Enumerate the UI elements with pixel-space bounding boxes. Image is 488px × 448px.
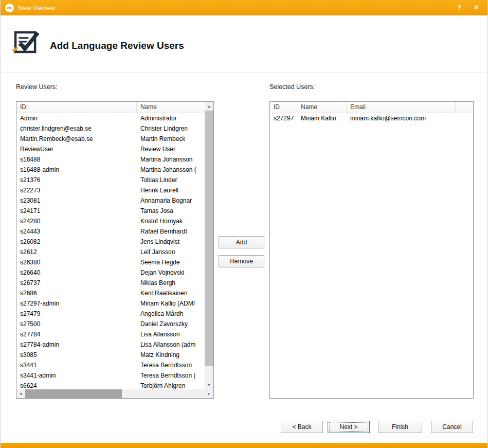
- cell-name: Seema Hegde: [137, 257, 205, 267]
- review-user-row[interactable]: s23081 Annamaria Bognar: [16, 195, 205, 206]
- cell-name: Angelica Mårdh: [137, 309, 205, 319]
- cell-id: s26737: [16, 278, 137, 288]
- review-user-row[interactable]: s27297-admin Miriam Kallio (ADMI: [16, 298, 205, 309]
- cell-name: Miriam Kallio (ADMI: [137, 298, 205, 309]
- titlebar[interactable]: kty New Review ? ✕: [1, 0, 487, 15]
- review-user-row[interactable]: s21376 Tobias Linder: [16, 175, 205, 185]
- next-button[interactable]: Next >: [328, 421, 370, 433]
- review-user-row[interactable]: s2686 Kent Raatikainen: [16, 288, 205, 298]
- review-user-row[interactable]: s22273 Henrik Laurell: [16, 185, 205, 195]
- cell-id: s23081: [16, 195, 137, 206]
- add-button[interactable]: Add: [219, 236, 264, 248]
- cell-id: s16488: [16, 154, 137, 165]
- cell-id: s2612: [16, 247, 137, 257]
- horizontal-scrollbar-thumb[interactable]: [25, 389, 122, 398]
- cell-id: s6624: [16, 381, 137, 389]
- help-button[interactable]: ?: [457, 0, 461, 15]
- back-button[interactable]: < Back: [281, 421, 323, 433]
- cell-id: s24443: [16, 226, 137, 237]
- review-user-row[interactable]: s24171 Tamas Josa: [16, 206, 205, 216]
- review-user-row[interactable]: s16488-admin Martina Johansson (: [16, 165, 205, 175]
- selected-users-list[interactable]: ID Name Email s27297 Miriam Kallio miria…: [269, 101, 474, 399]
- cell-id: s24171: [16, 206, 137, 216]
- cell-id: s26380: [16, 257, 137, 267]
- remove-button[interactable]: Remove: [219, 255, 264, 267]
- titlebar-buttons: ? ✕: [457, 0, 479, 15]
- cell-name: Matz Kindning: [137, 350, 205, 360]
- scroll-up-icon[interactable]: ▲: [205, 102, 213, 111]
- horizontal-scrollbar[interactable]: ◄ ►: [16, 389, 213, 398]
- cell-id: s22273: [16, 185, 137, 195]
- review-user-row[interactable]: s24443 Rafael Bernhardt: [16, 226, 205, 237]
- review-user-row[interactable]: s27479 Angelica Mårdh: [16, 309, 205, 319]
- selected-users-rows: s27297 Miriam Kallio miriam.kallio@semco…: [270, 113, 473, 398]
- column-header-name[interactable]: Name: [137, 102, 205, 113]
- review-user-row[interactable]: s3441-admin Teresa Berndtsson (: [16, 370, 205, 381]
- selected-users-header: ID Name Email: [270, 102, 473, 113]
- cancel-button[interactable]: Cancel: [431, 421, 473, 433]
- cell-name: Martina Johansson: [137, 154, 205, 165]
- cell-name: Niklas Bergh: [137, 278, 205, 288]
- review-users-header: ID Name: [16, 102, 205, 113]
- review-users-rows: Admin Administrator christer.lindgren@es…: [16, 113, 205, 389]
- review-user-row[interactable]: s26737 Niklas Bergh: [16, 278, 205, 288]
- page-title: Add Language Review Users: [50, 40, 184, 51]
- cell-name: Tobias Linder: [137, 175, 205, 185]
- column-header-id[interactable]: ID: [16, 102, 137, 113]
- scroll-right-icon[interactable]: ►: [205, 389, 213, 398]
- cell-email: miriam.kallio@semcon.com: [347, 113, 473, 123]
- review-user-row[interactable]: s27784-admin Lisa Allansson (adm: [16, 339, 205, 350]
- cell-id: s27479: [16, 309, 137, 319]
- review-user-row[interactable]: s27784 Lisa Allansson: [16, 329, 205, 339]
- column-header-name[interactable]: Name: [297, 102, 347, 113]
- review-user-row[interactable]: christer.lindgren@esab.se Christer Lindg…: [16, 123, 205, 134]
- review-user-row[interactable]: s26380 Seema Hegde: [16, 257, 205, 267]
- column-header-email[interactable]: Email: [347, 102, 456, 113]
- review-user-row[interactable]: s26082 Jens Lindqvist: [16, 237, 205, 247]
- review-user-row[interactable]: s2612 Leif Jansson: [16, 247, 205, 257]
- review-user-row[interactable]: s27500 Daniel Zavorszky: [16, 319, 205, 329]
- cell-name: Christer Lindgren: [137, 123, 205, 134]
- cell-name: Kristof Hornyak: [137, 216, 205, 226]
- selected-users-label: Selected Users:: [269, 83, 315, 91]
- cell-id: Martin.Rembeck@esab.se: [16, 134, 137, 144]
- close-button[interactable]: ✕: [474, 0, 479, 15]
- cell-id: s27297: [270, 113, 297, 123]
- finish-button[interactable]: Finish: [378, 421, 422, 433]
- cell-id: ReviewUser: [16, 144, 137, 154]
- vertical-scrollbar[interactable]: ▲ ▼: [205, 102, 213, 389]
- vertical-scrollbar-thumb[interactable]: [205, 111, 213, 366]
- cell-name: Lisa Allansson (adm: [137, 339, 205, 350]
- cell-id: s27784-admin: [16, 339, 137, 350]
- cell-id: s26082: [16, 237, 137, 247]
- cell-id: s21376: [16, 175, 137, 185]
- review-user-row[interactable]: s6624 Torbjörn Ahlgren: [16, 381, 205, 389]
- checklist-icon: [11, 27, 41, 57]
- review-user-row[interactable]: s16488 Martina Johansson: [16, 154, 205, 165]
- bottom-accent-bar: [1, 443, 487, 448]
- review-user-row[interactable]: ReviewUser Review User: [16, 144, 205, 154]
- cell-id: s24280: [16, 216, 137, 226]
- review-user-row[interactable]: s24280 Kristof Hornyak: [16, 216, 205, 226]
- review-users-list[interactable]: ID Name Admin Administrator christer.lin…: [16, 101, 214, 399]
- scroll-down-icon[interactable]: ▼: [205, 381, 213, 389]
- cell-name: Dejan Vojnovski: [137, 267, 205, 278]
- cell-name: Torbjörn Ahlgren: [137, 381, 205, 389]
- review-user-row[interactable]: Admin Administrator: [16, 113, 205, 123]
- review-users-label: Review Users:: [16, 83, 58, 91]
- scroll-left-icon[interactable]: ◄: [16, 389, 25, 398]
- cell-name: Martina Johansson (: [137, 165, 205, 175]
- cell-name: Martin Rembeck: [137, 134, 205, 144]
- review-user-row[interactable]: s26640 Dejan Vojnovski: [16, 267, 205, 278]
- cell-name: Annamaria Bognar: [137, 195, 205, 206]
- app-logo-icon: kty: [5, 4, 14, 12]
- selected-user-row[interactable]: s27297 Miriam Kallio miriam.kallio@semco…: [270, 113, 473, 123]
- cell-id: s2686: [16, 288, 137, 298]
- review-user-row[interactable]: s3441 Teresa Berndtsson: [16, 360, 205, 370]
- column-header-id[interactable]: ID: [270, 102, 297, 113]
- review-user-row[interactable]: Martin.Rembeck@esab.se Martin Rembeck: [16, 134, 205, 144]
- cell-id: christer.lindgren@esab.se: [16, 123, 137, 134]
- cell-name: Rafael Bernhardt: [137, 226, 205, 237]
- review-user-row[interactable]: s3085 Matz Kindning: [16, 350, 205, 360]
- column-header-blank: [456, 102, 473, 113]
